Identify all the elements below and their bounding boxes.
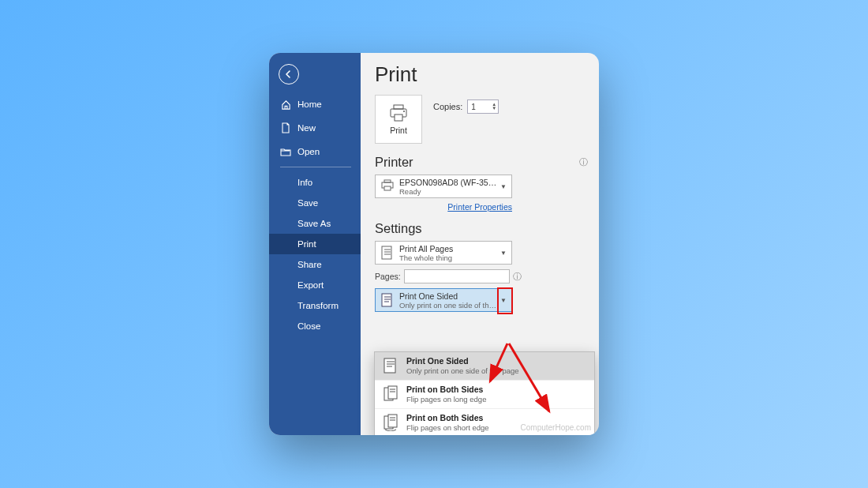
watermark: ComputerHope.com bbox=[521, 423, 591, 432]
sidebar-item-transform[interactable]: Transform bbox=[269, 295, 361, 316]
svg-rect-5 bbox=[384, 180, 391, 182]
sidebar-label: Info bbox=[297, 178, 312, 187]
svg-rect-24 bbox=[388, 415, 397, 427]
printer-status: Ready bbox=[399, 187, 499, 196]
sides-sub: Only print on one side of the... bbox=[399, 301, 499, 310]
info-icon[interactable]: ⓘ bbox=[513, 271, 522, 283]
sidebar-label: Home bbox=[297, 99, 322, 109]
chevron-down-icon: ▼ bbox=[499, 183, 508, 190]
svg-rect-11 bbox=[382, 294, 391, 306]
sidebar-divider bbox=[280, 167, 351, 167]
sidebar-label: Open bbox=[297, 147, 320, 156]
both-sides-long-icon bbox=[383, 385, 398, 404]
print-button-label: Print bbox=[390, 126, 407, 135]
open-folder-icon bbox=[280, 146, 291, 157]
sidebar-label: Share bbox=[297, 260, 322, 269]
sidebar-item-share[interactable]: Share bbox=[269, 254, 361, 275]
copies-label: Copies: bbox=[433, 102, 462, 111]
sidebar-label: Save bbox=[297, 198, 318, 208]
sidebar-item-home[interactable]: Home bbox=[269, 92, 361, 116]
back-button[interactable] bbox=[279, 64, 299, 84]
pages-icon bbox=[380, 245, 395, 261]
sidebar-item-new[interactable]: New bbox=[269, 116, 361, 140]
sidebar-item-info[interactable]: Info bbox=[269, 172, 361, 193]
settings-heading: Settings bbox=[375, 221, 422, 236]
new-doc-icon bbox=[280, 122, 291, 133]
popup-title: Print on Both Sides bbox=[406, 413, 489, 423]
scope-title: Print All Pages bbox=[399, 244, 499, 253]
svg-rect-2 bbox=[395, 114, 402, 121]
sidebar-item-print[interactable]: Print bbox=[269, 234, 361, 254]
svg-rect-0 bbox=[394, 105, 403, 109]
one-sided-icon bbox=[383, 357, 398, 376]
printer-dropdown[interactable]: EPSON098AD8 (WF-3520 Se... Ready ▼ bbox=[375, 175, 512, 198]
word-backstage-print: Home New Open Info Save Save As Print Sh… bbox=[269, 53, 599, 435]
chevron-down-icon: ▼ bbox=[499, 250, 508, 257]
popup-sub: Only print on one side of the page bbox=[406, 366, 519, 376]
arrow-left-icon bbox=[284, 69, 294, 79]
chevron-down-icon: ▼ bbox=[499, 297, 508, 304]
popup-sub: Flip pages on long edge bbox=[406, 395, 486, 404]
sidebar-label: Close bbox=[297, 321, 320, 331]
both-sides-short-icon bbox=[383, 414, 398, 433]
sidebar-label: New bbox=[297, 123, 316, 133]
svg-rect-7 bbox=[382, 246, 391, 259]
sidebar-item-save[interactable]: Save bbox=[269, 193, 361, 213]
print-button[interactable]: Print bbox=[375, 95, 422, 144]
popup-sub: Flip pages on short edge bbox=[406, 423, 489, 433]
copies-spinner[interactable]: ▲▼ bbox=[492, 103, 496, 111]
print-scope-dropdown[interactable]: Print All Pages The whole thing ▼ bbox=[375, 241, 512, 265]
backstage-sidebar: Home New Open Info Save Save As Print Sh… bbox=[269, 53, 361, 435]
info-icon[interactable]: ⓘ bbox=[579, 156, 588, 168]
home-icon bbox=[280, 99, 291, 110]
sides-dropdown[interactable]: Print One Sided Only print on one side o… bbox=[375, 288, 512, 312]
sidebar-item-close[interactable]: Close bbox=[269, 316, 361, 336]
one-sided-icon bbox=[380, 292, 395, 308]
svg-rect-6 bbox=[384, 186, 391, 190]
popup-option-both-long[interactable]: Print on Both Sides Flip pages on long e… bbox=[375, 381, 594, 409]
printer-properties-link[interactable]: Printer Properties bbox=[375, 202, 512, 212]
printer-name: EPSON098AD8 (WF-3520 Se... bbox=[399, 178, 499, 187]
svg-point-3 bbox=[403, 111, 405, 112]
sidebar-label: Save As bbox=[297, 219, 331, 228]
pages-input[interactable] bbox=[404, 269, 510, 283]
sidebar-label: Print bbox=[297, 239, 316, 249]
printer-icon bbox=[388, 103, 409, 122]
sides-title: Print One Sided bbox=[399, 291, 499, 301]
svg-rect-20 bbox=[388, 386, 397, 399]
printer-heading: Printer bbox=[375, 155, 413, 170]
sidebar-item-open[interactable]: Open bbox=[269, 140, 361, 163]
popup-title: Print on Both Sides bbox=[406, 385, 486, 395]
copies-input[interactable]: 1 ▲▼ bbox=[467, 99, 499, 114]
svg-rect-15 bbox=[384, 358, 395, 373]
sidebar-item-save-as[interactable]: Save As bbox=[269, 213, 361, 234]
popup-option-one-sided[interactable]: Print One Sided Only print on one side o… bbox=[375, 352, 594, 381]
pages-label: Pages: bbox=[375, 272, 401, 281]
printer-icon bbox=[380, 178, 395, 194]
sidebar-label: Export bbox=[297, 280, 324, 290]
popup-title: Print One Sided bbox=[406, 356, 519, 366]
scope-sub: The whole thing bbox=[399, 253, 499, 262]
copies-value: 1 bbox=[471, 103, 476, 111]
sidebar-label: Transform bbox=[297, 301, 339, 310]
sidebar-item-export[interactable]: Export bbox=[269, 275, 361, 295]
page-title: Print bbox=[375, 62, 588, 87]
